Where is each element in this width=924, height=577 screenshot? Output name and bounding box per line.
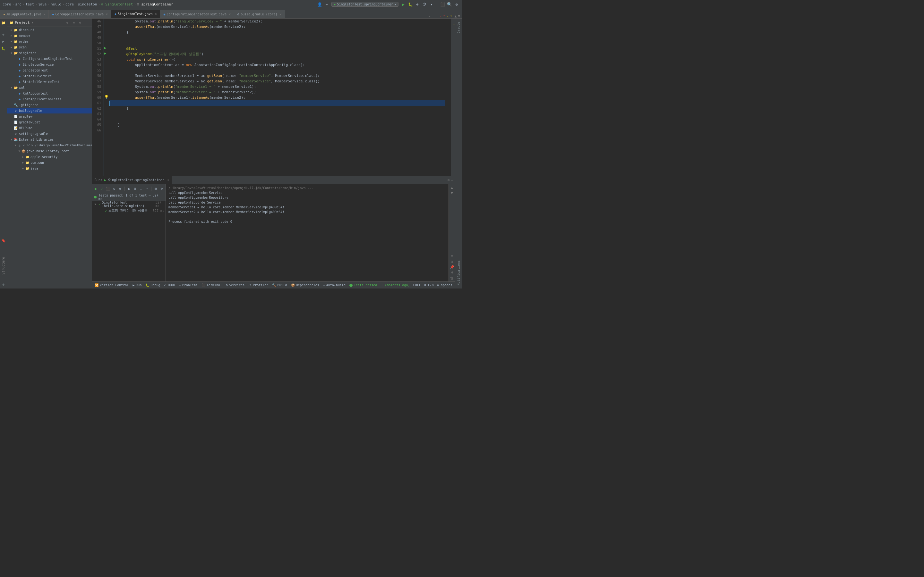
tree-item-settings-gradle[interactable]: ⚙ settings.gradle [7,131,92,137]
avatar-icon[interactable]: 👤 [317,2,322,7]
bc-java[interactable]: java [38,2,47,6]
tree-item-gradlewbat[interactable]: 📄 gradlew.bat [7,119,92,125]
footer-services[interactable]: ⚙ Services [226,284,244,287]
tree-item-gitignore[interactable]: 🔧 .gitignore [7,102,92,108]
tree-item-java[interactable]: ▶ 📁 java [7,165,92,171]
tree-item-coreapptests[interactable]: ◆ CoreApplicationTests [7,96,92,102]
bottom-minimize-icon[interactable]: — [451,178,453,182]
code-container[interactable]: 46 47 48 49 50 51 52 53 54 55 56 57 58 5… [92,19,455,176]
stop-button[interactable]: ⬛ [439,2,445,7]
test-import-icon[interactable]: ↓ [138,186,144,192]
tree-item-javabase[interactable]: ▼ 📦 java.base library root [7,148,92,154]
run-button[interactable]: ▶ [401,2,406,7]
bottom-settings-icon[interactable]: ⚙ [447,178,450,182]
tree-item-xmlappcontext[interactable]: ◆ XmlAppContext [7,90,92,96]
tree-item-singleton-service[interactable]: ◆ SingletonService [7,61,92,67]
line-sep-status[interactable]: CRLF [413,284,421,287]
settings-side-icon[interactable]: ⚙ [1,282,6,287]
coverage-button[interactable]: ⊕ [415,2,420,7]
tree-item-member[interactable]: ▶ 📁 member [7,33,92,39]
scroll-up-icon[interactable]: ▲ [451,185,453,190]
notifications-label[interactable]: Notifications [457,258,460,287]
panel-close-icon[interactable]: — [84,20,89,25]
scroll-down-icon[interactable]: ▼ [451,191,453,195]
back-icon[interactable]: ← [324,2,330,7]
tab-singletontest-close[interactable]: × [155,12,157,16]
tab-settings-icon[interactable]: ⋮ [433,14,436,18]
footer-autobuild[interactable]: ⚠ Auto-build [323,284,346,287]
bookmarks-icon[interactable]: 🔖 [1,238,6,243]
tab-xmlappcontext-close[interactable]: × [43,13,45,16]
console-print-icon[interactable]: 🖨 [450,271,454,275]
gradle-side-label[interactable]: Gradle [457,20,460,35]
console-panel[interactable]: /Library/Java/JavaVirtualMachines/openjd… [166,184,449,282]
editor-right-scrollbar[interactable]: — — [451,19,455,176]
test-item-spring-container[interactable]: ✓ 스프링 컨테이너와 싱글톤 327 ms [92,207,166,214]
locate-icon[interactable]: ⊕ [65,20,70,25]
console-pin-icon[interactable]: 📌 [450,265,454,269]
tree-item-jdk17[interactable]: ▼ ☕ < 17 > /Library/Java/JavaVirtualMach… [7,142,92,148]
tree-item-applesecurity[interactable]: ▶ 📁 apple.security [7,154,92,160]
tab-configurationsingletontest[interactable]: ◆ ConfigurationSingletonTest.java × [160,10,234,18]
test-run-all-icon[interactable]: ▶ [94,186,99,192]
test-expand-icon[interactable]: ⊞ [153,186,158,192]
tree-item-buildgradle[interactable]: ⚙ build.gradle [7,108,92,113]
indent-status[interactable]: 4 spaces [437,284,452,287]
footer-debug[interactable]: 🐛 Debug [145,284,160,287]
nav-up-icon[interactable]: ▲ [455,14,457,18]
tab-buildgradle-close[interactable]: × [280,13,282,16]
bc-singleton[interactable]: singleton [78,2,97,6]
encoding-status[interactable]: UTF-8 [424,284,434,287]
test-export-icon[interactable]: ↑ [144,186,150,192]
tree-item-xml[interactable]: ▼ 📂 xml [7,85,92,90]
tree-item-singleton-test[interactable]: ◆ SingletonTest [7,67,92,73]
tree-item-order[interactable]: ▶ 📁 order [7,39,92,44]
bc-hello[interactable]: hello [51,2,61,6]
footer-profiler[interactable]: ⏱ Profiler [248,284,268,287]
tab-buildgradle[interactable]: ⚙ build.gradle (core) × [234,10,285,18]
footer-build[interactable]: 🔨 Build [272,284,287,287]
tab-coreapplicationtests-close[interactable]: × [106,13,108,16]
search-button[interactable]: 🔍 [447,2,452,7]
test-item-singleton-test[interactable]: ▼ ✓ SingletonTest (hello.core.singleton)… [92,201,166,207]
test-sort-icon[interactable]: ⇅ [126,186,132,192]
bc-singletontest[interactable]: ⊕ SingletonTest [101,2,133,6]
tab-overflow-icon[interactable]: ▾ [428,14,431,18]
tab-singletontest[interactable]: ◆ SingletonTest.java × [111,10,160,18]
bulb-gutter-icon-60[interactable]: 💡 [104,95,109,99]
code-editor[interactable]: System.out.println("singletonService2 = … [110,19,451,176]
tab-xmlappcontext[interactable]: ✦ XmlAppContext.java × [0,10,49,18]
run-side-icon[interactable]: ▶ [1,39,6,44]
run-config-selector[interactable]: ▶ SingletonTest.springContainer ▾ [331,2,399,7]
bc-core[interactable]: core [3,2,11,6]
project-icon[interactable]: 📁 [1,20,6,26]
tab-configurationsingletontest-close[interactable]: × [229,13,231,16]
footer-terminal[interactable]: ⬛ Terminal [202,284,222,287]
panel-options-icon[interactable]: ⚙ [78,20,83,25]
test-stop-icon[interactable]: ⬛ [105,186,111,192]
footer-todo[interactable]: ✓ TODO [164,284,175,287]
settings-button[interactable]: ⚙ [454,2,459,7]
run-tab-close[interactable]: × [168,178,170,182]
bc-test[interactable]: test [26,2,34,6]
footer-problems[interactable]: ⚠ Problems [179,284,198,287]
tree-item-external-libs[interactable]: ▼ 📚 External Libraries [7,137,92,142]
run-gutter-icon-51[interactable]: ▶ [104,46,107,50]
test-rerun-icon[interactable]: ↻ [111,186,117,192]
console-filter-icon[interactable]: ⊟ [451,259,453,264]
test-passed-icon[interactable]: ✓ [99,186,105,192]
footer-run[interactable]: ▶ Run [132,284,142,287]
tree-item-stateful-service[interactable]: ◆ StatefulService [7,73,92,79]
test-rerun-failed-icon[interactable]: ↺ [118,186,123,192]
commit-icon[interactable]: ⊙ [1,31,6,37]
tree-item-singleton[interactable]: ▼ 📂 singleton [7,50,92,56]
console-wrap-icon[interactable]: ≡ [451,254,453,258]
tree-item-scan[interactable]: ▶ 📁 scan [7,44,92,50]
test-filter-icon[interactable]: ⊟ [132,186,137,192]
profile-button[interactable]: ⏱ [422,2,427,7]
bc-springcontainer[interactable]: ⊙ springContainer [137,2,173,6]
bc-src[interactable]: src [15,2,21,6]
tree-item-config-singleton-test[interactable]: ◆ ConfigurationSingletonTest [7,56,92,61]
tree-item-gradlew[interactable]: 📄 gradlew [7,113,92,119]
debug-button[interactable]: 🐛 [407,2,413,7]
